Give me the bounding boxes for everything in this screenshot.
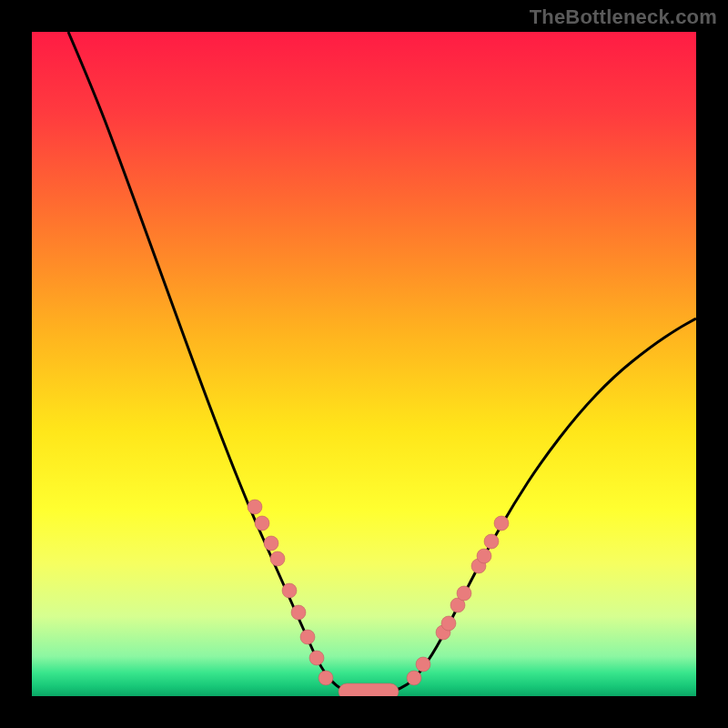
marker-dot — [282, 583, 297, 598]
plot-area — [32, 32, 696, 696]
watermark-text: TheBottleneck.com — [530, 5, 717, 29]
marker-dot — [309, 651, 324, 665]
curve-bottom-capsule — [339, 683, 399, 696]
marker-dot — [291, 605, 306, 620]
marker-dot — [477, 549, 491, 563]
gradient-background — [32, 32, 696, 696]
marker-dot — [300, 630, 315, 644]
marker-dot — [457, 586, 471, 601]
marker-dot — [270, 551, 285, 566]
marker-dot — [318, 671, 333, 685]
chart-svg — [32, 32, 696, 696]
marker-dot — [484, 534, 499, 549]
marker-dot — [407, 671, 421, 685]
marker-dot — [416, 657, 430, 672]
marker-dot — [264, 536, 278, 551]
marker-dot — [255, 516, 269, 531]
marker-dot — [441, 616, 456, 631]
marker-dot — [248, 500, 262, 514]
chart-frame: TheBottleneck.com — [0, 0, 728, 728]
marker-dot — [494, 516, 509, 531]
